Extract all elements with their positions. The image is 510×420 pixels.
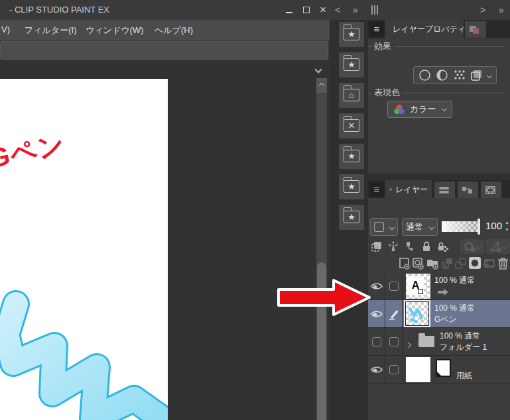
material-folder-star-button-3[interactable]: ★: [339, 144, 364, 169]
layer-row-paper[interactable]: 用紙: [368, 356, 510, 384]
lock-layer-button[interactable]: [418, 239, 434, 254]
new-layer-dialog-button[interactable]: [411, 256, 425, 270]
tone-effect-icon[interactable]: [436, 69, 448, 81]
layer-row-folder[interactable]: 100 % 通常 フォルダー 1: [368, 328, 510, 356]
tab-timeline[interactable]: [481, 182, 501, 198]
dock-expand-button[interactable]: »: [353, 3, 357, 17]
checkbox-icon: [372, 337, 381, 346]
material-folder-home-button[interactable]: ⌂: [339, 83, 364, 108]
material-folder-star-button-2[interactable]: ★: [339, 52, 364, 78]
new-folder-button[interactable]: [425, 256, 440, 270]
maximize-button[interactable]: [299, 3, 314, 17]
create-layer-mask-button[interactable]: [468, 256, 482, 270]
chevron-down-icon[interactable]: [487, 72, 492, 78]
tab-scene[interactable]: [458, 182, 478, 198]
tab-layer-search[interactable]: [434, 182, 455, 198]
window-title: - CLIP STUDIO PAINT EX: [9, 5, 109, 15]
merge-with-lower-layer-button[interactable]: [454, 256, 467, 270]
menu-bar: V) フィルター(I) ウィンドウ(W) ヘルプ(H): [0, 20, 330, 40]
vertical-scrollbar[interactable]: [316, 78, 327, 420]
annotation-red-arrow: [275, 277, 375, 318]
layer-search-icon: [438, 185, 450, 195]
merge-down-icon: [454, 257, 467, 270]
transfer-down-icon: [441, 257, 454, 270]
visibility-toggle[interactable]: [368, 328, 385, 356]
edit-target-cell[interactable]: [385, 272, 403, 300]
visibility-toggle[interactable]: [368, 356, 385, 384]
layer-panel-body: 通常 100 ▲▼: [368, 198, 510, 420]
edit-target-cell[interactable]: [385, 300, 403, 328]
new-folder-icon: [426, 257, 440, 270]
square-swatch-icon: [374, 222, 384, 232]
expression-color-section-header: 表現色: [368, 87, 510, 98]
material-folder-star-button-1[interactable]: ★: [339, 22, 364, 47]
chevron-right-icon: >: [480, 5, 485, 15]
new-raster-layer-button[interactable]: [397, 256, 411, 270]
expression-color-dropdown[interactable]: カラー: [387, 101, 452, 118]
close-icon: ×: [320, 3, 326, 16]
lock-checker-icon: [437, 240, 449, 252]
menu-item-window[interactable]: ウィンドウ(W): [86, 25, 143, 36]
tab-layer[interactable]: レイヤー: [385, 180, 432, 199]
trash-icon: [497, 257, 509, 270]
effect-button-group: [413, 66, 497, 84]
apply-mask-button[interactable]: [482, 256, 497, 270]
folder-star-icon: ★: [344, 28, 359, 40]
lock-transparent-pixels-button[interactable]: [434, 239, 451, 254]
material-folder-star-button-5[interactable]: ★: [339, 205, 364, 230]
palette-color-dropdown[interactable]: [370, 218, 398, 236]
chevron-down-icon: [501, 244, 507, 249]
delete-layer-button[interactable]: [497, 256, 510, 270]
layer-row-text[interactable]: A 100 % 通常: [368, 272, 510, 300]
reference-layer-button[interactable]: [385, 239, 401, 254]
color-mode-value: カラー: [410, 103, 436, 115]
layer-property-body: 効果: [368, 38, 510, 174]
border-effect-icon[interactable]: [418, 69, 431, 81]
draft-layer-button[interactable]: [401, 239, 418, 254]
transfer-to-lower-layer-button[interactable]: [440, 256, 454, 270]
document-area: Gペン: [0, 60, 330, 420]
edit-target-cell[interactable]: [385, 356, 403, 384]
layer-property-menu-button[interactable]: ≡: [369, 22, 384, 36]
material-folder-star-button-4[interactable]: ★: [339, 174, 364, 199]
close-button[interactable]: ×: [316, 3, 330, 17]
effect-section-header: 効果: [368, 41, 510, 52]
dock-collapse-right-button[interactable]: >: [480, 3, 485, 17]
layer-thumbnail[interactable]: [406, 357, 430, 382]
mask-disabled-icon: [464, 241, 477, 252]
enable-ruler-button[interactable]: [486, 239, 510, 254]
folder-expand-button[interactable]: [407, 338, 411, 350]
dock-expand-right-button[interactable]: »: [499, 3, 503, 17]
halftone-pattern-icon[interactable]: [454, 70, 466, 81]
tab-layer-property[interactable]: レイヤープロパティ: [385, 20, 464, 38]
layer-panel-menu-button[interactable]: ≡: [369, 182, 384, 197]
folder-icon: [418, 336, 434, 347]
scene-structure-icon: [462, 185, 473, 195]
layer-row-gpen-selected[interactable]: 100 % 通常 Gペン: [368, 300, 510, 328]
layer-name: 用紙: [456, 370, 472, 382]
canvas-menu-button[interactable]: [316, 63, 321, 75]
folder-home-icon: ⌂: [344, 89, 359, 101]
canvas[interactable]: Gペン: [0, 79, 168, 420]
enable-mask-button[interactable]: [460, 239, 484, 254]
menu-item-help[interactable]: ヘルプ(H): [155, 25, 193, 36]
opacity-slider-handle[interactable]: [478, 219, 480, 235]
opacity-slider[interactable]: [442, 221, 479, 232]
scrollbar-up-button[interactable]: [316, 78, 327, 93]
dock-collapse-left-button[interactable]: <: [335, 3, 340, 17]
layer-info: 100 % 通常: [440, 331, 480, 342]
minimize-button[interactable]: [282, 3, 296, 17]
tab-animation-cel[interactable]: [465, 21, 486, 38]
ruler-disabled-icon: [490, 241, 503, 252]
blend-mode-dropdown[interactable]: 通常: [402, 218, 438, 236]
edit-target-cell[interactable]: [385, 328, 403, 356]
clip-layers-icon: [371, 240, 383, 252]
opacity-stepper[interactable]: ▲▼: [505, 219, 509, 233]
layer-color-icon[interactable]: [470, 69, 483, 81]
menu-item-truncated[interactable]: V): [1, 25, 10, 34]
layer-thumbnail[interactable]: [405, 301, 429, 326]
menu-item-filter[interactable]: フィルター(I): [25, 25, 77, 36]
dock-grip-handle[interactable]: [371, 5, 379, 15]
material-folder-close-button[interactable]: ✕: [339, 113, 364, 138]
clip-at-layer-below-button[interactable]: [368, 239, 385, 254]
